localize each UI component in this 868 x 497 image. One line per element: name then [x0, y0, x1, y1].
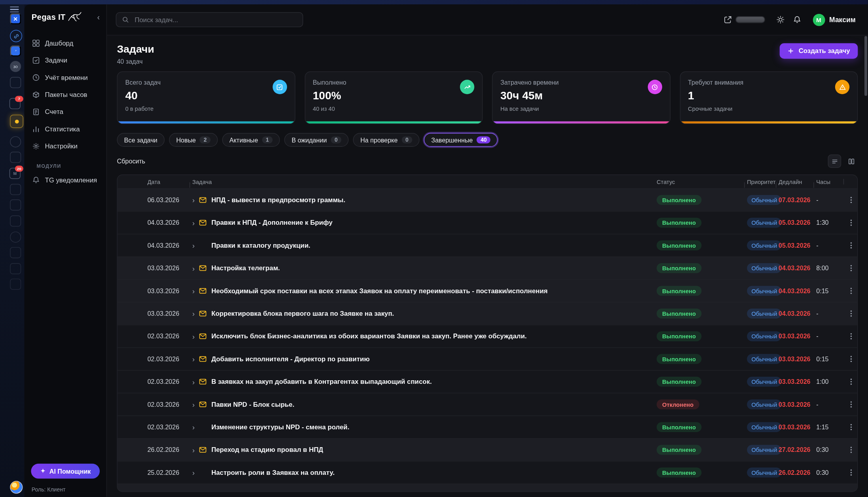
table-row[interactable]: 03.03.2026 › Настройка телеграм. Выполне…: [118, 256, 857, 279]
list-view-button[interactable]: [828, 155, 841, 168]
row-menu-button[interactable]: [846, 399, 856, 409]
task-title[interactable]: Исключить блок Бизнес-аналитика из обоих…: [211, 332, 527, 340]
column-header-priority[interactable]: Приоритет: [747, 178, 779, 185]
expand-chevron-icon[interactable]: ›: [192, 333, 195, 340]
theme-toggle-button[interactable]: [776, 15, 784, 24]
filter-chip[interactable]: На проверке 0: [353, 133, 420, 147]
task-cell: › Настроить роли в Заявках на оплату.: [192, 469, 657, 476]
sidebar-item-tg-notifications[interactable]: TG уведомления: [29, 171, 102, 188]
close-button[interactable]: ✕: [10, 13, 21, 25]
sidebar-item-hour-packages[interactable]: Пакеты часов: [29, 86, 102, 103]
share-link-button[interactable]: [720, 15, 767, 25]
column-header-date[interactable]: Дата: [118, 178, 192, 185]
topbar-actions: M Максим: [720, 13, 859, 27]
row-menu-button[interactable]: [846, 218, 856, 228]
table-row[interactable]: 02.03.2026 › Изменение структуры NPD - с…: [118, 415, 857, 438]
scrollbar[interactable]: [864, 35, 867, 497]
column-header-hours[interactable]: Часы: [816, 178, 846, 185]
column-header-task[interactable]: Задача: [192, 178, 657, 185]
filter-chip[interactable]: Новые 2: [169, 133, 218, 147]
row-menu-button[interactable]: [846, 263, 856, 273]
sidebar-item-dashboard[interactable]: Дашборд: [29, 34, 102, 51]
task-title[interactable]: В заявках на закуп добавить в Контрагент…: [211, 378, 432, 386]
user-menu-button[interactable]: M Максим: [809, 13, 859, 27]
expand-chevron-icon[interactable]: ›: [192, 423, 195, 431]
table-row[interactable]: 06.03.2026 › НПД - вывести в предпросмот…: [118, 188, 857, 211]
sidebar-item-settings[interactable]: Настройки: [29, 137, 102, 154]
actions-cell: [846, 445, 857, 455]
row-menu-button[interactable]: [846, 422, 856, 432]
column-header-status[interactable]: Статус: [657, 178, 747, 185]
expand-chevron-icon[interactable]: ›: [192, 401, 195, 408]
sidebar-item-statistics[interactable]: Статистика: [29, 120, 102, 137]
main-area: M Максим Задачи 40 задач Создать задачу: [107, 4, 868, 497]
expand-chevron-icon[interactable]: ›: [192, 196, 195, 203]
expand-chevron-icon[interactable]: ›: [192, 355, 195, 362]
table-row[interactable]: 02.03.2026 › Исключить блок Бизнес-анали…: [118, 324, 857, 347]
background-profile-avatar[interactable]: [10, 481, 23, 493]
row-menu-button[interactable]: [846, 445, 856, 455]
task-title[interactable]: Добавить исполнителя - Директор по разви…: [211, 355, 370, 363]
task-title[interactable]: Правки к НПД - Дополнение к Брифу: [211, 219, 332, 227]
external-link-button[interactable]: [10, 46, 21, 57]
expand-chevron-icon[interactable]: ›: [192, 242, 195, 249]
status-badge: Выполнено: [657, 195, 701, 205]
search-input[interactable]: [133, 15, 297, 24]
expand-chevron-icon[interactable]: ›: [192, 287, 195, 294]
row-menu-button[interactable]: [846, 354, 856, 364]
status-badge: Выполнено: [657, 241, 701, 250]
row-menu-button[interactable]: [846, 195, 856, 205]
task-cell: › Правки к НПД - Дополнение к Брифу: [192, 219, 657, 227]
row-menu-button[interactable]: [846, 467, 856, 477]
link-icon[interactable]: [10, 30, 22, 42]
reset-filters-button[interactable]: Сбросить: [117, 158, 145, 165]
priority-cell: Обычный: [747, 309, 779, 319]
filter-chip[interactable]: Активные 1: [222, 133, 280, 147]
row-menu-button[interactable]: [846, 240, 856, 250]
table-row[interactable]: 25.02.2026 › Настроить роли в Заявках на…: [118, 461, 857, 484]
row-menu-button[interactable]: [846, 286, 856, 296]
task-title[interactable]: Корректировка блока первого шага по Заяв…: [211, 310, 394, 318]
filter-chip[interactable]: Завершенные 40: [424, 133, 498, 147]
table-row[interactable]: 26.02.2026 › Переход на стадию провал в …: [118, 438, 857, 461]
expand-chevron-icon[interactable]: ›: [192, 469, 195, 476]
table-row[interactable]: 03.03.2026 › Корректировка блока первого…: [118, 302, 857, 324]
notifications-button[interactable]: [793, 15, 801, 24]
sidebar-item-invoices[interactable]: Счета: [29, 103, 102, 120]
task-title[interactable]: НПД - вывести в предпросмотр граммы.: [211, 196, 345, 204]
hours: -: [816, 310, 846, 317]
sidebar-item-time-tracking[interactable]: Учёт времени: [29, 69, 102, 86]
filter-chip[interactable]: Все задачи: [117, 133, 164, 147]
task-title[interactable]: Настроить роли в Заявках на оплату.: [211, 469, 334, 476]
status-cell: Выполнено: [657, 309, 747, 319]
task-title[interactable]: Переход на стадию провал в НПД: [211, 446, 323, 454]
column-header-deadline[interactable]: Дедлайн: [779, 178, 816, 185]
create-task-button[interactable]: Создать задачу: [780, 43, 858, 59]
column-view-button[interactable]: [845, 155, 858, 168]
task-title[interactable]: Правки к каталогу продукции.: [211, 241, 310, 249]
actions-cell: [846, 308, 857, 319]
table-row[interactable]: 02.03.2026 › Добавить исполнителя - Дире…: [118, 347, 857, 370]
table-row[interactable]: 04.03.2026 › Правки к НПД - Дополнение к…: [118, 211, 857, 233]
expand-chevron-icon[interactable]: ›: [192, 310, 195, 317]
task-title[interactable]: Необходимый срок поставки на всех этапах…: [211, 287, 548, 295]
ai-assistant-button[interactable]: AI Помощник: [31, 464, 100, 479]
sidebar-item-tasks[interactable]: Задачи: [29, 51, 102, 68]
row-menu-button[interactable]: [846, 308, 856, 318]
expand-chevron-icon[interactable]: ›: [192, 219, 195, 226]
table-row[interactable]: 02.03.2026 › В заявках на закуп добавить…: [118, 370, 857, 393]
task-title[interactable]: Настройка телеграм.: [211, 264, 280, 272]
filter-chip[interactable]: В ожидании 0: [285, 133, 349, 147]
expand-chevron-icon[interactable]: ›: [192, 446, 195, 453]
task-title[interactable]: Изменение структуры NPD - смена ролей.: [211, 423, 349, 431]
expand-chevron-icon[interactable]: ›: [192, 378, 195, 385]
task-title[interactable]: Павки NPD - Блок сырье.: [211, 400, 294, 408]
expand-chevron-icon[interactable]: ›: [192, 265, 195, 272]
table-row[interactable]: 03.03.2026 › Необходимый срок поставки н…: [118, 279, 857, 302]
row-menu-button[interactable]: [846, 376, 856, 386]
row-menu-button[interactable]: [846, 331, 856, 341]
table-row[interactable]: 02.03.2026 › Павки NPD - Блок сырье. Отк…: [118, 393, 857, 415]
scrollbar-thumb[interactable]: [864, 36, 867, 96]
sidebar-collapse-button[interactable]: ‹: [95, 11, 102, 23]
table-row[interactable]: 04.03.2026 › Правки к каталогу продукции…: [118, 234, 857, 256]
